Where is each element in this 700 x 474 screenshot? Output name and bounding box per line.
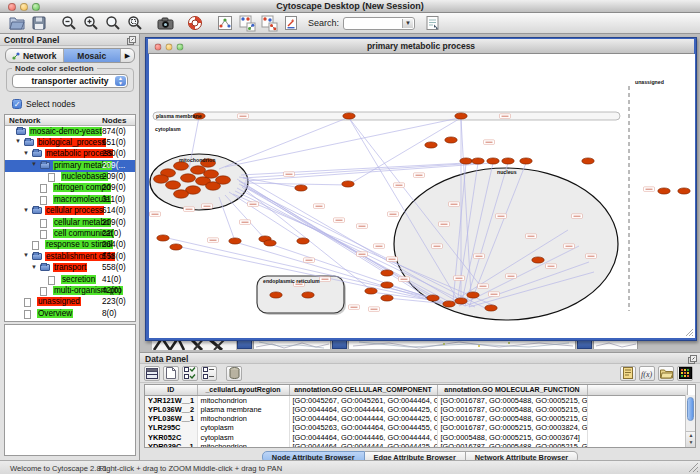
network-node[interactable] bbox=[174, 190, 189, 198]
tree-row-multi-organism-pro[interactable]: multi-organism pro42(0) bbox=[5, 285, 135, 296]
table-row[interactable]: YDR039C__1mitochondrion[GO:0044464, GO:0… bbox=[145, 442, 687, 448]
network-node[interactable] bbox=[381, 282, 393, 288]
table-row[interactable]: YKR052Ccytoplasm[GO:0044464, GO:0044446,… bbox=[145, 433, 687, 442]
network-node[interactable] bbox=[455, 113, 467, 119]
tree-row-secretion[interactable]: secretion41(0) bbox=[5, 274, 135, 285]
import-attributes-icon[interactable] bbox=[658, 366, 674, 381]
network-node[interactable] bbox=[381, 270, 393, 276]
open-file-icon[interactable] bbox=[8, 14, 26, 32]
tree-row-biological-process[interactable]: ▼biological_process651(0) bbox=[5, 137, 135, 148]
tab-overflow-arrow-icon[interactable]: ▶ bbox=[121, 49, 134, 62]
tree-row-response-to-stimul[interactable]: response to stimul264(0) bbox=[5, 240, 135, 251]
tree-expand-icon[interactable]: ▼ bbox=[15, 138, 21, 144]
tab-mosaic[interactable]: Mosaic bbox=[64, 49, 122, 62]
network-node[interactable] bbox=[467, 292, 479, 298]
tree-row-cell-communicat[interactable]: cell communicat22(0) bbox=[5, 229, 135, 240]
save-icon[interactable] bbox=[30, 14, 48, 32]
network-node[interactable] bbox=[485, 305, 497, 311]
network-node[interactable] bbox=[216, 176, 231, 184]
network-node[interactable] bbox=[342, 181, 354, 187]
network-node[interactable] bbox=[582, 158, 594, 164]
network-node[interactable] bbox=[487, 158, 499, 164]
network-node[interactable] bbox=[229, 238, 241, 244]
tree-row-establishment-of-lo[interactable]: ▼establishment of lo558(0) bbox=[5, 251, 135, 262]
search-options-icon[interactable] bbox=[423, 14, 441, 32]
network-node[interactable] bbox=[270, 292, 282, 298]
tree-row-nitrogen-compo[interactable]: nitrogen compo209(0) bbox=[5, 183, 135, 194]
network-node[interactable] bbox=[154, 175, 169, 183]
vizmapper-icon[interactable] bbox=[282, 14, 300, 32]
network-node[interactable] bbox=[427, 295, 439, 301]
new-attribute-icon[interactable] bbox=[163, 366, 179, 381]
table-header-annotation-go-molecular-function[interactable]: annotation.GO MOLECULAR_FUNCTION bbox=[437, 385, 587, 395]
tab-network[interactable]: Network bbox=[6, 49, 64, 62]
node-color-combo[interactable]: transporter activity ▲▼ bbox=[12, 74, 128, 88]
birdseye-view[interactable] bbox=[4, 324, 136, 456]
table-row[interactable]: YLR295Ccytoplasm[GO:0045263, GO:0044464,… bbox=[145, 423, 687, 432]
tree-row-unassigned[interactable]: unassigned223(0) bbox=[5, 297, 135, 308]
network-node[interactable] bbox=[520, 158, 532, 164]
network-node[interactable] bbox=[472, 158, 484, 164]
select-nodes-checkbox[interactable]: ✓ bbox=[12, 99, 22, 109]
region-plasma-membrane[interactable] bbox=[153, 112, 620, 120]
network-node[interactable] bbox=[302, 292, 314, 298]
table-header-cellularlayoutregion[interactable]: _cellularLayoutRegion bbox=[197, 385, 289, 395]
formula-icon[interactable]: f(x) bbox=[639, 366, 655, 381]
network-node[interactable] bbox=[204, 170, 219, 178]
apply-layout-alt-icon[interactable] bbox=[260, 14, 278, 32]
network-node[interactable] bbox=[445, 137, 457, 143]
tree-row-metabolic-process[interactable]: ▼metabolic process280(0) bbox=[5, 149, 135, 160]
tree-expand-icon[interactable]: ▼ bbox=[23, 207, 29, 213]
network-window-titlebar[interactable]: primary metabolic process bbox=[148, 39, 694, 54]
tree-row-transport[interactable]: ▼transport558(0) bbox=[5, 263, 135, 274]
float-data-panel-icon[interactable] bbox=[688, 355, 697, 364]
network-node[interactable] bbox=[381, 295, 393, 301]
zoom-actual-icon[interactable] bbox=[104, 14, 122, 32]
tree-row-mosaic-demo-yeast[interactable]: mosaic-demo-yeast874(0) bbox=[5, 126, 135, 137]
snapshot-icon[interactable] bbox=[156, 14, 174, 32]
select-attributes-icon[interactable] bbox=[182, 366, 198, 381]
network-node[interactable] bbox=[443, 301, 455, 307]
table-row[interactable]: YPL036W__2plasma membrane[GO:0044464, GO… bbox=[145, 405, 687, 414]
tree-expand-icon[interactable]: ▼ bbox=[23, 150, 29, 156]
tree-row-nucleobase[interactable]: nucleobase-209(0) bbox=[5, 172, 135, 183]
zoom-in-icon[interactable] bbox=[82, 14, 100, 32]
table-row[interactable]: YJR121W__1mitochondrion[GO:0045267, GO:0… bbox=[145, 395, 687, 405]
table-scrollbar[interactable]: ▲▼ bbox=[685, 395, 695, 447]
network-node[interactable] bbox=[455, 298, 467, 304]
zoom-selected-region-icon[interactable] bbox=[126, 14, 144, 32]
network-canvas[interactable]: plasma membranemitochondrionnucleusendop… bbox=[149, 54, 695, 338]
delete-attribute-icon[interactable] bbox=[226, 366, 242, 381]
network-node[interactable] bbox=[191, 166, 206, 174]
tree-expand-icon[interactable]: ▼ bbox=[31, 161, 37, 167]
search-input[interactable]: ▼ bbox=[343, 17, 415, 30]
network-node[interactable] bbox=[343, 113, 355, 119]
window-resize-grip[interactable] bbox=[688, 462, 699, 473]
attribute-table-icon[interactable] bbox=[144, 366, 160, 381]
apply-layout-icon[interactable] bbox=[238, 14, 256, 32]
tree-row-primary-metabo[interactable]: ▼primary metabo209(... bbox=[5, 160, 135, 171]
table-row[interactable]: YPL036W__1mitochondrion[GO:0044464, GO:0… bbox=[145, 414, 687, 423]
network-node[interactable] bbox=[532, 257, 544, 263]
canvas-resize-grip[interactable] bbox=[685, 328, 694, 337]
network-node[interactable] bbox=[264, 240, 276, 246]
tree-row-macromolecule[interactable]: macromolecule311(0) bbox=[5, 194, 135, 205]
table-header-annotation-go-cellular-component[interactable]: annotation.GO CELLULAR_COMPONENT bbox=[289, 385, 437, 395]
table-header-id[interactable]: ID bbox=[145, 385, 197, 395]
notes-icon[interactable] bbox=[620, 366, 636, 381]
network-node[interactable] bbox=[678, 188, 690, 194]
tree-row-cellular-metabo[interactable]: cellular metabo209(0) bbox=[5, 217, 135, 228]
float-panel-icon[interactable] bbox=[127, 36, 136, 45]
network-node[interactable] bbox=[460, 158, 472, 164]
network-node[interactable] bbox=[181, 174, 196, 182]
heatmap-icon[interactable] bbox=[677, 366, 693, 381]
tree-row-overview[interactable]: Overview8(0) bbox=[5, 308, 135, 319]
search-dropdown-icon[interactable]: ▼ bbox=[402, 19, 413, 28]
attribute-table[interactable]: ID_cellularLayoutRegionannotation.GO CEL… bbox=[144, 384, 696, 448]
tree-expand-icon[interactable]: ▼ bbox=[31, 264, 37, 270]
network-node[interactable] bbox=[166, 181, 181, 189]
network-node[interactable] bbox=[174, 162, 189, 170]
network-overview-icon[interactable] bbox=[216, 14, 234, 32]
table-header-empty[interactable] bbox=[587, 385, 687, 395]
tree-row-cellular-process[interactable]: ▼cellular process614(0) bbox=[5, 206, 135, 217]
